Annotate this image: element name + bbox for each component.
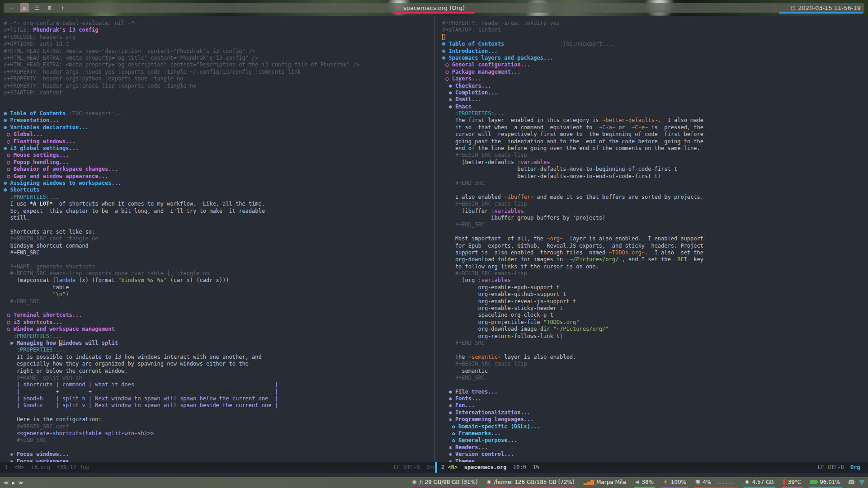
editor-line[interactable]: org-enable-epub-support t [442, 284, 868, 291]
editor-line[interactable]: #+BEGIN_SRC emacs-lisp [442, 201, 868, 207]
editor-line[interactable] [442, 187, 868, 193]
editor-line[interactable]: ✱ Internationalization... [442, 409, 868, 416]
editor-line[interactable]: ⊛ Presentation... [4, 117, 434, 124]
editor-line[interactable]: #+END_SRC [442, 340, 868, 347]
next-track-icon[interactable]: ≫ [18, 480, 24, 486]
memory-module[interactable]: ◉4.57 GB [744, 477, 775, 488]
editor-line[interactable]: #+END_SRC [442, 375, 868, 381]
editor-line[interactable]: ✱ Focus windows... [4, 451, 434, 458]
editor-line[interactable] [4, 444, 434, 451]
editor-line[interactable]: ⊛ Table of Contents :TOC:noexport:... [4, 110, 434, 117]
editor-line[interactable]: ✱ File trees... [442, 389, 868, 395]
editor-line[interactable]: org-download folder for images in =~/Pic… [442, 256, 868, 263]
editor-line[interactable]: |-----------+---------+-----------------… [4, 389, 434, 395]
editor-line[interactable]: #+PROPERTY: header-args:python :exports … [4, 75, 434, 82]
editor-line[interactable]: org-enable-reveal-js-support t [442, 298, 868, 305]
editor-line[interactable]: ✱ Programming languages... [442, 416, 868, 423]
editor-line[interactable]: #+END_SRC [4, 249, 434, 256]
editor-line[interactable]: still. [4, 215, 434, 221]
editor-line[interactable]: #+PROPERTY: header-args: :mkdirp yes [442, 20, 868, 27]
editor-line[interactable] [4, 256, 434, 263]
editor-line[interactable]: org-enable-sticky-header t [442, 305, 868, 312]
editor-line[interactable]: ○ Mouse settings... [4, 152, 434, 159]
editor-line[interactable]: it so that when a command equivalent to … [442, 124, 868, 131]
editor-line[interactable]: So, expect this chapter to be a bit long… [4, 208, 434, 215]
cpu-module[interactable]: ▣4%........ [694, 477, 737, 488]
workspace-icon-3[interactable]: ☰ [33, 3, 42, 12]
editor-line[interactable]: (mapconcat (lambda (x) (format "bindsym … [4, 277, 434, 284]
editor-line[interactable]: #+STARTUP: content [442, 27, 868, 33]
editor-line[interactable]: ✿ Domain-specific (DSLs)... [442, 423, 868, 430]
editor-line[interactable]: ○ Window and workspace management [4, 326, 434, 333]
editor-line[interactable]: (org :variables [442, 277, 868, 284]
editor-line[interactable]: #+HTML_HEAD_EXTRA: <meta property="og:ti… [4, 55, 434, 61]
temperature-module[interactable]: 39°C [782, 477, 803, 488]
editor-line[interactable]: Shortcuts are set like so: [4, 229, 434, 235]
disk-root-module[interactable]: ◉/: 29 GB/98 GB (31%) [411, 477, 479, 488]
editor-line[interactable]: ⊛ Variables declaration... [4, 124, 434, 131]
editor-line[interactable] [442, 229, 868, 235]
workspace-icon-1[interactable]: − [7, 3, 16, 12]
previous-track-icon[interactable]: ≪ [4, 480, 9, 486]
editor-line[interactable]: #+HTML_HEAD_EXTRA: <meta property="og:de… [4, 61, 434, 68]
editor-line[interactable]: # -*- org-confirm-babel-evaluate: nil -*… [4, 20, 434, 27]
editor-line[interactable]: #+BEGIN_SRC emacs-lisp :exports none :va… [4, 270, 434, 277]
echo-area[interactable] [0, 473, 868, 477]
editor-line[interactable]: | $mod+h | split h | Next window to spaw… [4, 395, 434, 402]
editor-line[interactable]: #+HTML_HEAD_EXTRA: <meta name="descripti… [4, 48, 434, 55]
editor-line[interactable]: #+BEGIN_SRC emacs-lisp [442, 361, 868, 367]
editor-line[interactable]: ○ Popup handling... [4, 159, 434, 166]
editor-line[interactable]: end of the line before going over the en… [442, 145, 868, 152]
editor-line[interactable]: #+TITLE: Phundrak's i3 config [4, 27, 434, 33]
editor-line[interactable]: ○ Layers... [442, 75, 868, 82]
datetime-module[interactable]: ◷ 2020-03-15 11-56-19 [791, 3, 861, 13]
editor-line[interactable]: #+OPTIONS: auto-id:t [4, 41, 434, 47]
editor-line[interactable]: Most important of all, the ~org~ layer i… [442, 235, 868, 242]
editor-line[interactable]: :PROPERTIES:... [4, 194, 434, 201]
editor-line[interactable]: It is possible to indicate to i3 how win… [4, 354, 434, 361]
workspace-icon-4[interactable]: ⊞ [45, 3, 54, 12]
editor-line[interactable]: ○ General configuration... [442, 61, 868, 68]
editor-line[interactable] [4, 221, 434, 228]
add-workspace-icon[interactable]: + [58, 3, 67, 12]
editor-line[interactable]: bindsym shortcut command [4, 243, 434, 249]
editor-line[interactable]: going past the indentation and to the en… [442, 138, 868, 145]
play-icon[interactable]: ▶ [12, 480, 15, 486]
editor-line[interactable]: org-return-follows-link t) [442, 333, 868, 340]
editor-line[interactable]: (better-defaults :variables [442, 159, 868, 166]
editor-line[interactable]: I also enabled ~ibuffer~ and made it so … [442, 194, 868, 201]
editor-line[interactable]: especially how they are organized by spa… [4, 361, 434, 367]
editor-line[interactable]: ○ Package management... [442, 69, 868, 75]
editor-line[interactable]: to follow org links if the cursor is on … [442, 263, 868, 270]
wifi-icon[interactable] [859, 479, 865, 485]
editor-line[interactable]: ⊛ Shortcuts [4, 187, 434, 193]
editor-line[interactable]: #+END_SRC [442, 180, 868, 187]
battery-module[interactable]: 96.01% [809, 477, 842, 488]
editor-line[interactable]: #+BEGIN_SRC emacs-lisp [442, 270, 868, 277]
editor-line[interactable]: "\n") [4, 291, 434, 298]
editor-line[interactable]: spaceline-org-clock-p t [442, 312, 868, 319]
editor-line[interactable]: #+STARTUP: content [4, 89, 434, 96]
editor-line[interactable]: (ibuffer :variables [442, 208, 868, 215]
brightness-module[interactable]: ☀100% [661, 477, 688, 488]
editor-line[interactable]: ✱ Version control... [442, 451, 868, 458]
editor-line[interactable] [4, 96, 434, 103]
editor-line[interactable]: #+BEGIN_SRC conf [4, 423, 434, 430]
editor-line[interactable]: ✱ Email... [442, 96, 868, 103]
pane-divider[interactable] [434, 16, 435, 462]
disk-home-module[interactable]: ◉/home: 126 GB/185 GB (72%) [486, 477, 576, 488]
editor-line[interactable]: for Epub exports, Github, Reveal.JS expo… [442, 243, 868, 249]
editor-line[interactable]: #+PROPERTY: header-args:emacs-lisp :expo… [4, 83, 434, 89]
editor-line[interactable]: I use *A LOT* of shortcuts when it comes… [4, 201, 434, 207]
editor-line[interactable]: ⊛ Assigning windows to workspaces... [4, 180, 434, 187]
editor-line[interactable]: ✱ Emacs [442, 103, 868, 110]
editor-line[interactable]: #+END_SRC [4, 298, 434, 305]
editor-line[interactable]: ○ i3 shortcuts... [4, 319, 434, 326]
editor-line[interactable]: ✿ Frameworks... [442, 430, 868, 437]
editor-line[interactable]: ✱ Completion... [442, 89, 868, 96]
editor-line[interactable]: #+END_SRC [442, 221, 868, 228]
editor-line[interactable]: ✱ Readers... [442, 444, 868, 451]
editor-line[interactable]: ○ Global... [4, 131, 434, 138]
editor-line[interactable]: ○ Terminal shortcuts... [4, 312, 434, 319]
editor-line[interactable]: ✱ Checkers... [442, 83, 868, 89]
